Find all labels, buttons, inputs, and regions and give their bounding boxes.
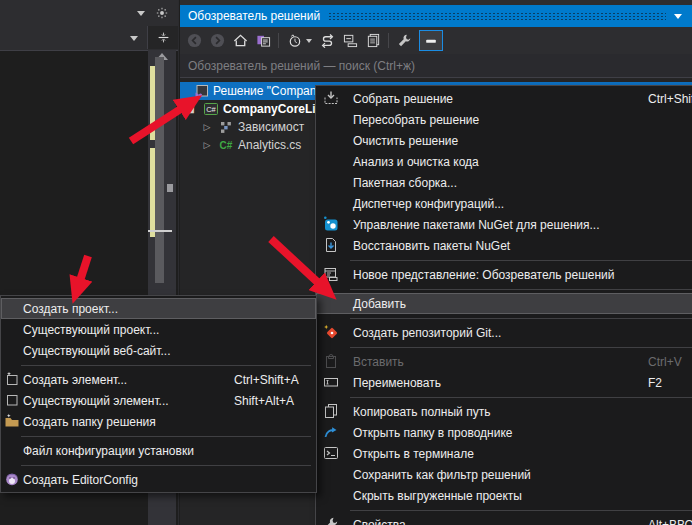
solution-explorer-toolbar xyxy=(180,27,692,54)
menu-item-label: Создать папку решения xyxy=(23,415,156,429)
show-all-files-icon[interactable] xyxy=(365,33,381,49)
menu-item-label: Добавить xyxy=(353,297,406,311)
scrollbar-thumb[interactable] xyxy=(155,57,164,283)
home-icon[interactable] xyxy=(232,33,248,49)
menu-item[interactable]: Создать элемент...Ctrl+Shift+A xyxy=(1,369,316,390)
menu-item[interactable]: Создать EditorConfig xyxy=(1,469,316,490)
menu-item-shortcut: Ctrl+V xyxy=(648,355,682,369)
menu-item-label: Собрать решение xyxy=(353,92,453,106)
menu-item[interactable]: Управление пакетами NuGet для решения... xyxy=(316,214,692,235)
new-view-icon xyxy=(323,266,339,282)
gear-icon[interactable] xyxy=(154,5,170,21)
expander-expanded-icon[interactable]: ◢ xyxy=(183,101,197,117)
menu-item[interactable]: Восстановить пакеты NuGet xyxy=(316,235,692,256)
chevron-down-icon[interactable] xyxy=(130,36,138,41)
menu-item-label: Создать EditorConfig xyxy=(23,473,138,487)
menu-item[interactable]: Добавить xyxy=(316,293,692,314)
menu-separator xyxy=(316,393,692,401)
menu-item[interactable]: Копировать полный путь xyxy=(316,401,692,422)
tree-item-label: Зависимост xyxy=(238,120,304,134)
csharp-file-icon: C# xyxy=(218,137,234,153)
menu-item-label: Очистить решение xyxy=(353,134,458,148)
tree-item-label: Решение "Compan xyxy=(213,84,316,98)
menu-item[interactable]: Сохранить как фильтр решений xyxy=(316,464,692,485)
menu-item[interactable]: Открыть в терминале xyxy=(316,443,692,464)
menu-item-label: Сохранить как фильтр решений xyxy=(353,468,531,482)
menu-item-label: Скрыть выгруженные проекты xyxy=(353,489,522,503)
menu-separator xyxy=(1,461,316,469)
menu-item[interactable]: Пакетная сборка... xyxy=(316,172,692,193)
menu-item-label: Создать проект... xyxy=(23,302,118,316)
menu-item[interactable]: Существующий проект... xyxy=(1,319,316,340)
solution-icon xyxy=(194,83,210,99)
editor-top-bar xyxy=(0,0,178,26)
expander-collapsed-icon[interactable]: ▷ xyxy=(200,137,214,153)
switch-views-icon[interactable] xyxy=(255,33,271,49)
menu-item[interactable]: ВставитьCtrl+V xyxy=(316,351,692,372)
menu-item[interactable]: Скрыть выгруженные проекты xyxy=(316,485,692,506)
menu-item-label: Переименовать xyxy=(353,376,441,390)
nuget-icon xyxy=(323,216,339,232)
menu-item-shortcut: Shift+Alt+A xyxy=(234,394,294,408)
changed-lines-mark xyxy=(150,148,155,237)
toolbar-separator xyxy=(388,33,389,48)
changed-lines-mark xyxy=(150,66,155,140)
menu-item[interactable]: Файл конфигурации установки xyxy=(1,440,316,461)
add-submenu: Создать проект...Существующий проект...С… xyxy=(0,295,317,493)
solution-explorer-title-bar[interactable]: Обозреватель решений xyxy=(180,5,692,27)
window-position-chevron-icon[interactable] xyxy=(674,14,682,19)
drag-handle-dots xyxy=(328,12,666,21)
menu-item[interactable]: Открыть папку в проводнике xyxy=(316,422,692,443)
menu-item[interactable]: Диспетчер конфигураций... xyxy=(316,193,692,214)
editor-navigation-bar[interactable] xyxy=(0,26,178,51)
menu-item[interactable]: Создать проект... xyxy=(1,298,316,319)
menu-item-label: Создать элемент... xyxy=(23,373,127,387)
rename-icon xyxy=(323,374,339,390)
tree-item-label: CompanyCoreLi xyxy=(223,102,316,116)
menu-item[interactable]: Существующий веб-сайт... xyxy=(1,340,316,361)
search-input[interactable]: Обозреватель решений — поиск (Ctrl+ж) xyxy=(180,54,692,78)
split-editor-button[interactable] xyxy=(147,26,178,49)
menu-item[interactable]: СвойстваAlt+ВВО xyxy=(316,514,692,525)
menu-item-label: Существующий проект... xyxy=(23,323,159,337)
search-placeholder: Обозреватель решений — поиск (Ctrl+ж) xyxy=(188,59,415,73)
context-menu: Собрать решениеCtrl+ShifПересобрать реше… xyxy=(315,85,692,525)
menu-item[interactable]: Существующий элемент...Shift+Alt+A xyxy=(1,390,316,411)
menu-item[interactable]: Новое представление: Обозреватель решени… xyxy=(316,264,692,285)
menu-item[interactable]: Собрать решениеCtrl+Shif xyxy=(316,88,692,109)
forward-icon[interactable] xyxy=(209,33,225,49)
svg-text:C#: C# xyxy=(220,140,233,151)
menu-item[interactable]: ПереименоватьF2 xyxy=(316,372,692,393)
collapse-all-icon[interactable] xyxy=(342,33,358,49)
sync-with-active-document-icon[interactable] xyxy=(319,33,335,49)
menu-item[interactable]: Очистить решение xyxy=(316,130,692,151)
pending-changes-filter-icon[interactable] xyxy=(286,33,302,49)
menu-item-label: Существующий веб-сайт... xyxy=(23,344,171,358)
wrench-icon[interactable] xyxy=(396,33,412,49)
csharp-project-icon: C# xyxy=(203,101,219,117)
properties-icon xyxy=(323,516,339,525)
menu-item-label: Открыть в терминале xyxy=(353,447,474,461)
menu-item-label: Новое представление: Обозреватель решени… xyxy=(353,268,614,282)
menu-separator xyxy=(1,361,316,369)
filter-dropdown-chevron-icon[interactable] xyxy=(306,39,312,43)
menu-item[interactable]: Создать папку решения xyxy=(1,411,316,432)
expander-collapsed-icon[interactable]: ▷ xyxy=(200,119,214,135)
menu-item[interactable]: Анализ и очистка кода xyxy=(316,151,692,172)
svg-text:C#: C# xyxy=(206,105,216,114)
git-icon xyxy=(323,324,339,340)
open-folder-icon xyxy=(323,424,339,440)
panel-title: Обозреватель решений xyxy=(188,9,320,23)
preview-selected-items-toggle[interactable] xyxy=(419,30,443,51)
paste-icon xyxy=(323,353,339,369)
menu-item-label: Файл конфигурации установки xyxy=(23,444,194,458)
back-icon[interactable] xyxy=(186,33,202,49)
menu-item[interactable]: Создать репозиторий Git... xyxy=(316,322,692,343)
scrollbar-marker xyxy=(167,184,173,192)
vs-ide-screenshot: Обозреватель решений Обозреватель решени… xyxy=(0,0,692,525)
existing-item-icon xyxy=(4,392,20,408)
menu-item-label: Пакетная сборка... xyxy=(353,176,457,190)
menu-item-label: Анализ и очистка кода xyxy=(353,155,479,169)
chevron-down-icon[interactable] xyxy=(137,11,145,16)
menu-item[interactable]: Пересобрать решение xyxy=(316,109,692,130)
